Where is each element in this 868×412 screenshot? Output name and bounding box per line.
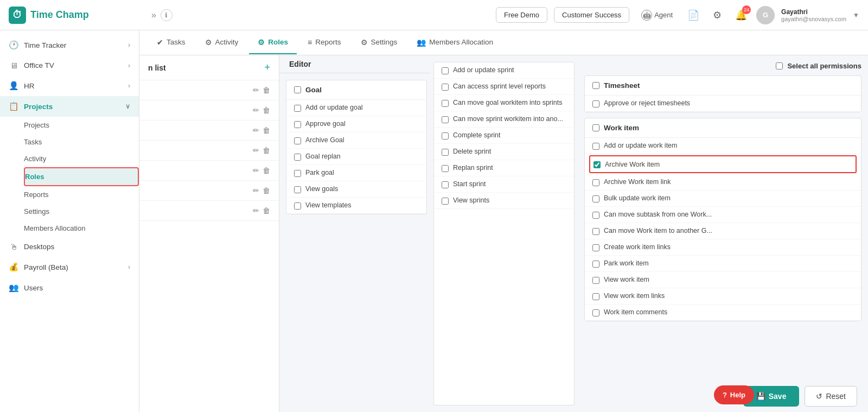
create-work-item-links-checkbox[interactable] <box>592 244 599 251</box>
work-item-comments-checkbox[interactable] <box>592 309 599 316</box>
table-row[interactable]: ✏ 🗑 <box>139 80 279 100</box>
agent-label: Agent <box>654 11 673 19</box>
replan-sprint-checkbox[interactable] <box>442 165 449 172</box>
edit-role-button[interactable]: ✏ <box>253 206 259 215</box>
view-templates-checkbox[interactable] <box>294 202 301 210</box>
save-icon: 💾 <box>756 392 765 401</box>
bulk-update-work-item-checkbox[interactable] <box>592 195 599 202</box>
table-row[interactable]: ✏ 🗑 <box>139 201 279 221</box>
perm-approve-goal: Approve goal <box>286 116 426 132</box>
perm-view-work-item-links: View work item links <box>585 288 861 305</box>
brand-logo[interactable]: ⏱ Time Champ <box>9 7 147 24</box>
move-sprint-workitem-checkbox[interactable] <box>442 116 449 123</box>
sidebar-item-users[interactable]: 👥 Users <box>0 277 139 298</box>
archive-work-item-link-checkbox[interactable] <box>592 179 599 186</box>
view-goals-checkbox[interactable] <box>294 186 301 193</box>
sidebar-item-projects[interactable]: 📋 Projects ∨ <box>0 96 139 117</box>
role-list-title: n list <box>148 64 166 72</box>
move-goal-workitem-checkbox[interactable] <box>442 100 449 107</box>
reset-button[interactable]: ↺ Reset <box>805 386 857 407</box>
expand-icon[interactable]: » <box>151 10 156 20</box>
sidebar-sub-settings[interactable]: Settings <box>24 203 139 220</box>
sidebar-sub-reports[interactable]: Reports <box>24 186 139 203</box>
delete-role-button[interactable]: 🗑 <box>263 86 270 94</box>
delete-role-button[interactable]: 🗑 <box>263 126 270 135</box>
tab-tasks[interactable]: ✔ Tasks <box>148 31 194 54</box>
role-item-actions: ✏ 🗑 <box>253 86 270 94</box>
free-demo-button[interactable]: Free Demo <box>496 7 547 23</box>
view-work-item-links-checkbox[interactable] <box>592 293 599 300</box>
table-row[interactable]: ✏ 🗑 <box>139 181 279 201</box>
tab-settings[interactable]: ⚙ Settings <box>352 31 406 54</box>
approve-goal-checkbox[interactable] <box>294 121 301 128</box>
table-row[interactable]: ✏ 🗑 <box>139 100 279 121</box>
tab-reports[interactable]: ≡ Reports <box>299 31 349 54</box>
view-work-item-checkbox[interactable] <box>592 277 599 284</box>
edit-role-button[interactable]: ✏ <box>253 146 259 155</box>
select-all-permissions-checkbox[interactable] <box>776 62 783 69</box>
add-update-sprint-checkbox[interactable] <box>442 67 449 74</box>
edit-role-button[interactable]: ✏ <box>253 166 259 175</box>
move-subtask-checkbox[interactable] <box>592 212 599 219</box>
perm-goal-replan: Goal replan <box>286 149 426 165</box>
agent-button[interactable]: 🤖 Agent <box>636 7 678 24</box>
delete-role-button[interactable]: 🗑 <box>263 146 270 155</box>
sidebar-label-hr: HR <box>24 82 35 90</box>
main-layout: 🕐 Time Tracker › 🖥 Office TV › 👤 HR › 📋 … <box>0 30 868 412</box>
sprint-level-reports-checkbox[interactable] <box>442 84 449 91</box>
table-row[interactable]: ✏ 🗑 <box>139 141 279 161</box>
sidebar-sub-tasks[interactable]: Tasks <box>24 134 139 150</box>
add-role-button[interactable]: + <box>264 62 270 73</box>
archive-goal-checkbox[interactable] <box>294 137 301 144</box>
customer-success-button[interactable]: Customer Success <box>554 7 629 23</box>
sidebar-sub-members-allocation[interactable]: Members Allocation <box>24 220 139 237</box>
approve-reject-timesheets-checkbox[interactable] <box>592 100 599 107</box>
add-update-goal-checkbox[interactable] <box>294 105 301 112</box>
goal-select-all-checkbox[interactable] <box>294 86 301 93</box>
delete-role-button[interactable]: 🗑 <box>263 186 270 195</box>
user-dropdown-arrow[interactable]: ▼ <box>853 11 859 19</box>
settings-icon-button[interactable]: ⚙ <box>709 7 726 24</box>
sidebar-label-time-tracker: Time Tracker <box>24 41 66 49</box>
edit-role-button[interactable]: ✏ <box>253 86 259 94</box>
edit-role-button[interactable]: ✏ <box>253 106 259 115</box>
complete-sprint-checkbox[interactable] <box>442 132 449 140</box>
sidebar-sub-roles[interactable]: Roles <box>24 167 139 186</box>
delete-sprint-checkbox[interactable] <box>442 149 449 156</box>
info-icon[interactable]: ℹ <box>161 9 173 21</box>
add-update-work-item-checkbox[interactable] <box>592 143 599 150</box>
move-work-item-goal-checkbox[interactable] <box>592 228 599 235</box>
tab-activity[interactable]: ⚙ Activity <box>196 31 247 54</box>
work-item-select-all-checkbox[interactable] <box>592 124 599 131</box>
sidebar-sub-activity[interactable]: Activity <box>24 150 139 167</box>
park-work-item-checkbox[interactable] <box>592 261 599 268</box>
table-row[interactable]: ✏ 🗑 <box>139 161 279 181</box>
view-sprints-checkbox[interactable] <box>442 198 449 205</box>
sidebar-item-hr[interactable]: 👤 HR › <box>0 75 139 96</box>
archive-work-item-checkbox[interactable] <box>593 161 601 168</box>
sidebar-item-time-tracker[interactable]: 🕐 Time Tracker › <box>0 35 139 55</box>
goal-replan-checkbox[interactable] <box>294 154 301 161</box>
document-icon-button[interactable]: 📄 <box>685 7 702 24</box>
delete-role-button[interactable]: 🗑 <box>263 206 270 215</box>
park-goal-checkbox[interactable] <box>294 170 301 177</box>
notification-bell-button[interactable]: 🔔 24 <box>732 7 750 24</box>
start-sprint-checkbox[interactable] <box>442 181 449 188</box>
sidebar-item-payroll[interactable]: 💰 Payroll (Beta) › <box>0 257 139 277</box>
agent-icon: 🤖 <box>641 10 652 21</box>
edit-role-button[interactable]: ✏ <box>253 126 259 135</box>
delete-role-button[interactable]: 🗑 <box>263 166 270 175</box>
help-button[interactable]: ? Help <box>714 385 754 404</box>
perm-move-sprint-workitem: Can move sprint workitem into ano... <box>434 111 574 128</box>
tab-roles[interactable]: ⚙ Roles <box>249 31 297 54</box>
table-row[interactable]: ✏ 🗑 <box>139 121 279 141</box>
sidebar-item-office-tv[interactable]: 🖥 Office TV › <box>0 55 139 75</box>
sidebar-sub-projects[interactable]: Projects <box>24 117 139 134</box>
edit-role-button[interactable]: ✏ <box>253 186 259 195</box>
work-item-permissions-panel: Work item Add or update work item Archiv… <box>584 118 861 321</box>
sidebar-item-desktops[interactable]: 🖱 Desktops <box>0 237 139 257</box>
perm-view-templates: View templates <box>286 198 426 214</box>
tab-members-allocation[interactable]: 👥 Members Allocation <box>408 31 502 54</box>
timesheet-select-all-checkbox[interactable] <box>592 82 599 89</box>
delete-role-button[interactable]: 🗑 <box>263 106 270 115</box>
